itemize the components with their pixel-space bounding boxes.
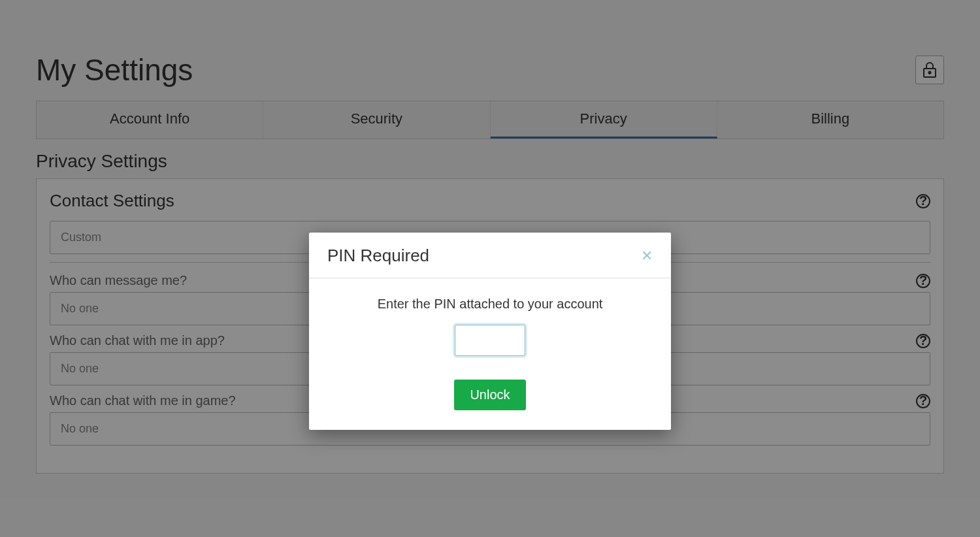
pin-modal: PIN Required ✕ Enter the PIN attached to… [309,233,671,430]
modal-overlay: PIN Required ✕ Enter the PIN attached to… [0,0,980,537]
close-icon[interactable]: ✕ [641,249,653,263]
pin-input[interactable] [455,325,525,356]
unlock-button[interactable]: Unlock [454,380,525,410]
modal-title: PIN Required [327,246,429,266]
modal-message: Enter the PIN attached to your account [329,297,651,312]
